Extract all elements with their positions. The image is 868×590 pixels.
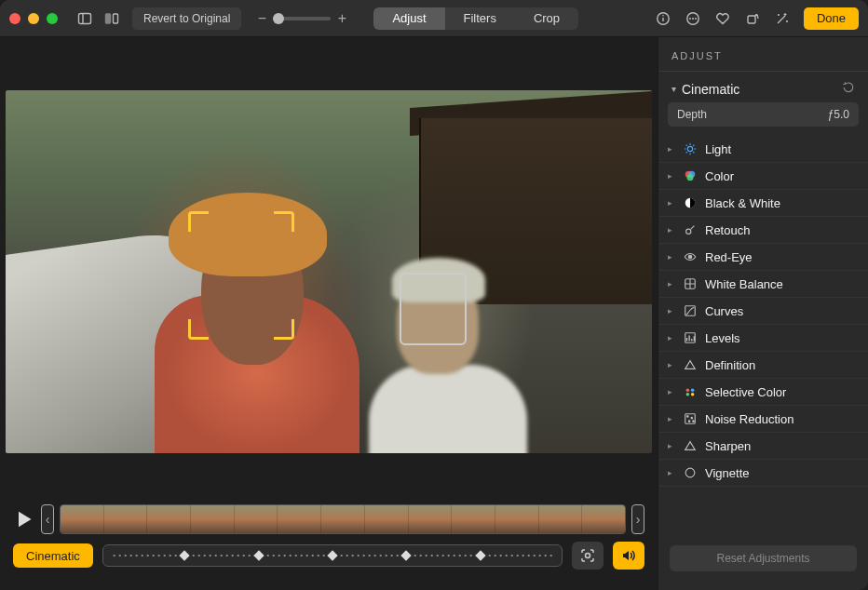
sidebar-toggle-button[interactable] xyxy=(73,7,97,30)
auto-enhance-button[interactable] xyxy=(770,7,794,30)
close-window-button[interactable] xyxy=(9,13,20,24)
svg-point-13 xyxy=(687,146,692,151)
filmstrip-frame[interactable] xyxy=(278,505,321,533)
adjustment-label: Definition xyxy=(705,358,855,372)
focus-lock-button[interactable] xyxy=(572,542,604,570)
focus-track-segment xyxy=(406,555,480,556)
focus-keyframe[interactable] xyxy=(180,550,190,560)
trim-start-handle[interactable]: ‹ xyxy=(41,504,54,534)
adjustment-label: Sharpen xyxy=(705,439,855,453)
compare-original-button[interactable] xyxy=(102,7,121,30)
adjustment-label: Color xyxy=(705,169,855,183)
focus-keyframe[interactable] xyxy=(253,550,264,560)
zoom-slider[interactable] xyxy=(273,17,331,20)
filmstrip-frame[interactable] xyxy=(61,505,104,533)
curves-icon xyxy=(683,303,698,318)
filmstrip-frame[interactable] xyxy=(539,505,583,533)
depth-row[interactable]: Depth ƒ5.0 xyxy=(668,102,859,127)
svg-point-24 xyxy=(691,389,695,393)
scene-decor xyxy=(369,365,527,453)
svg-point-9 xyxy=(692,18,694,20)
chevron-right-icon: ▸ xyxy=(668,198,675,208)
timeline-area: ‹ › Cinematic xyxy=(0,497,658,590)
cinematic-section-header[interactable]: ▾ Cinematic xyxy=(658,72,868,102)
filmstrip-frame[interactable] xyxy=(104,505,148,533)
white-balance-icon xyxy=(683,276,698,291)
favorite-button[interactable] xyxy=(711,7,735,30)
done-button[interactable]: Done xyxy=(804,7,859,30)
zoom-out-button[interactable]: − xyxy=(256,10,267,27)
svg-point-6 xyxy=(662,15,664,17)
adjustment-label: Selective Color xyxy=(705,385,855,399)
filmstrip-frame[interactable] xyxy=(452,505,495,533)
filmstrip-frame[interactable] xyxy=(321,505,365,533)
filmstrip-frame[interactable] xyxy=(191,505,235,533)
zoom-slider-knob[interactable] xyxy=(273,13,284,24)
svg-point-28 xyxy=(687,416,688,417)
adjustment-retouch[interactable]: ▸Retouch xyxy=(658,217,868,244)
svg-point-32 xyxy=(685,468,695,477)
adjustment-color[interactable]: ▸Color xyxy=(658,163,868,190)
adjustment-white-balance[interactable]: ▸White Balance xyxy=(658,271,868,298)
adjustment-selective-color[interactable]: ▸Selective Color xyxy=(658,379,868,406)
filmstrip-frame[interactable] xyxy=(582,505,625,533)
svg-point-26 xyxy=(691,393,695,396)
filmstrip-frame[interactable] xyxy=(235,505,278,533)
selective-color-icon xyxy=(683,384,698,399)
primary-focus-box[interactable] xyxy=(188,211,294,340)
play-button[interactable] xyxy=(13,508,35,530)
focus-keyframe[interactable] xyxy=(401,550,412,560)
adjustment-sharpen[interactable]: ▸Sharpen xyxy=(658,433,868,460)
cinematic-focus-track[interactable] xyxy=(102,544,563,567)
cinematic-mode-button[interactable]: Cinematic xyxy=(13,543,93,568)
focus-track-segment xyxy=(259,555,332,556)
svg-point-10 xyxy=(695,18,697,20)
svg-point-18 xyxy=(686,229,691,234)
revert-to-original-button[interactable]: Revert to Original xyxy=(132,7,241,30)
adjustment-levels[interactable]: ▸Levels xyxy=(658,325,868,352)
audio-button[interactable] xyxy=(613,542,644,570)
chevron-right-icon: ▸ xyxy=(668,333,675,342)
more-button[interactable] xyxy=(681,7,705,30)
filmstrip-frame[interactable] xyxy=(365,505,409,533)
adjustment-redeye[interactable]: ▸Red-Eye xyxy=(658,244,868,271)
color-icon xyxy=(683,168,698,183)
rotate-button[interactable] xyxy=(740,7,765,30)
focus-track-segment xyxy=(184,555,258,556)
chevron-right-icon: ▸ xyxy=(668,306,675,315)
edit-mode-tabs: Adjust Filters Crop xyxy=(373,7,578,30)
noise-reduction-icon xyxy=(683,411,698,426)
adjustment-light[interactable]: ▸Light xyxy=(658,136,868,163)
reset-cinematic-icon[interactable] xyxy=(842,81,855,97)
video-viewer[interactable] xyxy=(6,90,652,453)
zoom-in-button[interactable]: + xyxy=(336,10,347,27)
filmstrip-frame[interactable] xyxy=(409,505,453,533)
bw-icon xyxy=(683,195,698,210)
secondary-focus-box[interactable] xyxy=(400,273,467,345)
filmstrip-frame[interactable] xyxy=(495,505,539,533)
trim-end-handle[interactable]: › xyxy=(631,504,644,534)
tab-filters[interactable]: Filters xyxy=(445,7,515,30)
chevron-right-icon: ▸ xyxy=(668,414,675,423)
chevron-down-icon: ▾ xyxy=(671,84,676,94)
adjustment-noise-reduction[interactable]: ▸Noise Reduction xyxy=(658,406,868,433)
adjustment-vignette[interactable]: ▸Vignette xyxy=(658,460,868,487)
filmstrip[interactable] xyxy=(60,504,626,534)
chevron-right-icon: ▸ xyxy=(668,144,675,154)
info-button[interactable] xyxy=(651,7,675,30)
redeye-icon xyxy=(683,249,698,264)
fullscreen-window-button[interactable] xyxy=(47,13,58,24)
tab-adjust[interactable]: Adjust xyxy=(373,7,444,30)
filmstrip-frame[interactable] xyxy=(147,505,191,533)
focus-keyframe[interactable] xyxy=(475,550,485,560)
levels-icon xyxy=(683,330,698,345)
adjustment-bw[interactable]: ▸Black & White xyxy=(658,190,868,217)
adjustment-curves[interactable]: ▸Curves xyxy=(658,298,868,325)
reset-adjustments-button[interactable]: Reset Adjustments xyxy=(670,545,857,571)
focus-keyframe[interactable] xyxy=(327,550,337,560)
tab-crop[interactable]: Crop xyxy=(515,7,578,30)
minimize-window-button[interactable] xyxy=(28,13,39,24)
adjustment-label: Levels xyxy=(705,331,855,345)
svg-rect-11 xyxy=(748,16,755,23)
adjustment-definition[interactable]: ▸Definition xyxy=(658,352,868,379)
